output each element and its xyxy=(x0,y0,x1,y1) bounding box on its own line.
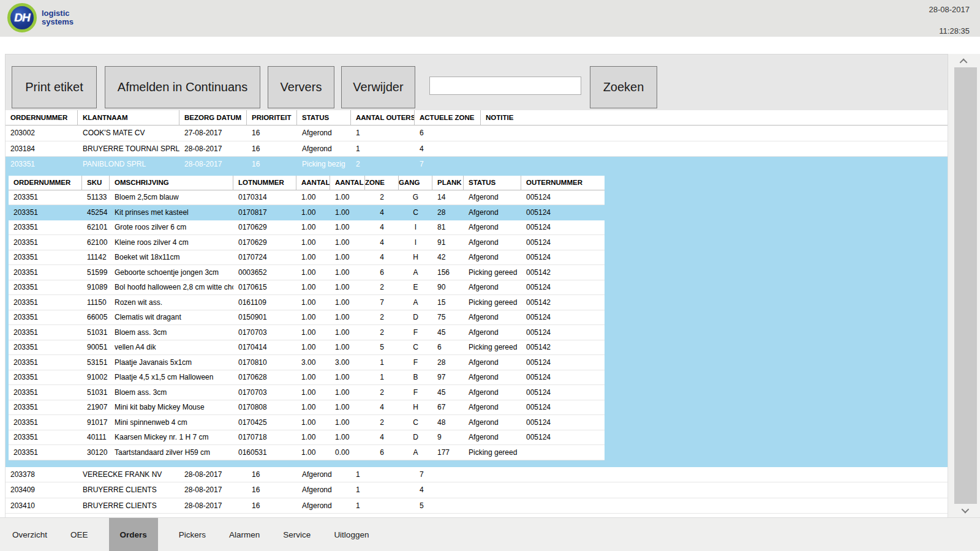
detail-cell-4: 1.00 xyxy=(296,328,330,337)
detail-row[interactable]: 20335151599Geboorte schoentje jongen 3cm… xyxy=(9,265,605,280)
print-etiket-button[interactable]: Print etiket xyxy=(12,66,97,108)
nav-item-uitloggen[interactable]: Uitloggen xyxy=(331,518,371,551)
detail-cell-1: 62101 xyxy=(82,223,110,231)
detail-cell-8: 28 xyxy=(432,358,464,367)
detail-row[interactable]: 20335140111Kaarsen Mickey nr. 1 H 7 cm01… xyxy=(9,430,605,446)
detail-cell-5: 1.00 xyxy=(330,283,365,291)
current-time: 11:28:35 xyxy=(929,26,970,36)
vertical-scrollbar[interactable] xyxy=(948,54,980,517)
nav-item-service[interactable]: Service xyxy=(281,518,313,551)
order-row[interactable]: 203410BRUYERRE CLIENTS28-08-201716Afgero… xyxy=(6,498,948,514)
order-cell-3: 16 xyxy=(247,160,297,168)
detail-row[interactable]: 20335191002Plaatje 4,5 x1,5 cm Halloween… xyxy=(9,370,605,386)
nav-item-overzicht[interactable]: Overzicht xyxy=(10,518,50,551)
scroll-up-icon[interactable] xyxy=(948,55,980,67)
order-row[interactable]: 203378VEREECKE FRANK NV28-08-201716Afger… xyxy=(6,467,948,483)
order-cell-1: VEREECKE FRANK NV xyxy=(78,470,179,479)
scroll-down-icon[interactable] xyxy=(948,504,980,516)
detail-row[interactable]: 20335151031Bloem ass. 3cm01707031.001.00… xyxy=(9,325,605,340)
detail-cell-7: I xyxy=(399,223,432,231)
detail-cell-1: 30120 xyxy=(82,448,110,457)
detail-cell-7: G xyxy=(399,193,432,201)
detail-cell-9: Picking gereed xyxy=(464,268,521,277)
detail-row[interactable]: 20335151031Bloem ass. 3cm01707031.001.00… xyxy=(9,385,605,400)
order-row[interactable]: 203409BRUYERRE CLIENTS28-08-201716Afgero… xyxy=(6,482,948,498)
search-input[interactable] xyxy=(429,77,581,95)
nav-item-orders[interactable]: Orders xyxy=(109,518,158,551)
order-row[interactable]: 203351PANIBLOND SPRL28-08-201716Picking … xyxy=(6,157,948,173)
ververs-button[interactable]: Ververs xyxy=(268,66,334,108)
detail-cell-7: D xyxy=(399,313,432,321)
order-cell-6: 7 xyxy=(415,470,481,479)
detail-cell-6: 4 xyxy=(365,403,399,411)
detail-cell-9: Afgerond xyxy=(464,373,521,381)
detail-cell-2: Bloem 2,5cm blauw xyxy=(110,193,233,201)
detail-cell-0: 203351 xyxy=(9,253,82,261)
detail-cell-6: 2 xyxy=(365,388,399,397)
detail-cell-9: Picking gereed xyxy=(464,298,521,307)
detail-cell-6: 6 xyxy=(365,448,399,457)
detail-row[interactable]: 20335145254Kit prinses met kasteel017081… xyxy=(9,205,605,220)
detail-cell-9: Afgerond xyxy=(464,403,521,411)
detail-cell-10: 005124 xyxy=(521,388,605,397)
nav-item-oee[interactable]: OEE xyxy=(68,518,91,551)
detail-cell-10: 005142 xyxy=(521,298,605,307)
order-cell-0: 203378 xyxy=(6,470,78,479)
detail-row[interactable]: 20335166005Clematis wit dragant01509011.… xyxy=(9,310,605,326)
detail-cell-7: A xyxy=(399,268,432,277)
detail-cell-7: C xyxy=(399,343,432,351)
order-row[interactable]: 203002COOK'S MATE CV27-08-201716Afgerond… xyxy=(6,126,948,141)
detail-cell-4: 1.00 xyxy=(296,268,330,277)
detail-row[interactable]: 20335121907Mini kit baby Mickey Mouse017… xyxy=(9,400,605,416)
detail-row[interactable]: 20335191089Bol hoofd halloween 2,8 cm wi… xyxy=(9,280,605,296)
detail-cell-10: 005124 xyxy=(521,373,605,381)
detail-cell-6: 2 xyxy=(365,193,399,201)
detail-cell-4: 1.00 xyxy=(296,193,330,201)
detail-cell-4: 1.00 xyxy=(296,388,330,397)
detail-cell-8: 45 xyxy=(432,328,464,337)
detail-cell-3: 0170629 xyxy=(233,223,296,231)
order-cell-4: STATUS xyxy=(297,110,351,125)
detail-cell-0: 203351 xyxy=(9,208,82,217)
detail-row[interactable]: 20335162100Kleine roos zilver 4 cm017062… xyxy=(9,235,605,250)
detail-cell-4: 1.00 xyxy=(296,418,330,427)
detail-cell-6: 4 xyxy=(365,238,399,247)
company-logo: DH logistic systems xyxy=(7,3,74,32)
detail-cell-3: 0150901 xyxy=(233,313,296,321)
detail-cell-1: 51133 xyxy=(82,193,110,201)
order-row[interactable]: 203184BRUYERRE TOURNAI SPRL28-08-201716A… xyxy=(6,141,948,157)
order-cell-4: Afgerond xyxy=(297,485,351,494)
detail-cell-4: 1.00 xyxy=(296,283,330,291)
detail-row[interactable]: 20335190051vellen A4 dik01704141.001.005… xyxy=(9,340,605,356)
detail-row[interactable]: 20335111150Rozen wit ass.01611091.001.00… xyxy=(9,295,605,310)
detail-cell-3: 0170615 xyxy=(233,283,296,291)
verwijder-button[interactable]: Verwijder xyxy=(341,66,415,108)
detail-cell-9: Afgerond xyxy=(464,238,521,247)
detail-cell-5: 1.00 xyxy=(330,253,365,261)
order-cell-1: BRUYERRE TOURNAI SPRL xyxy=(78,144,179,153)
detail-row[interactable]: 20335130120Taartstandaard zilver H59 cm0… xyxy=(9,445,605,460)
afmelden-continuans-button[interactable]: Afmelden in Continuans xyxy=(105,66,260,108)
detail-row[interactable]: 20335111142Boeket wit 18x11cm01707241.00… xyxy=(9,250,605,266)
detail-cell-3: 0160531 xyxy=(233,448,296,457)
zoeken-button[interactable]: Zoeken xyxy=(590,66,657,108)
detail-row[interactable]: 20335153151Plaatje Javanais 5x1cm0170810… xyxy=(9,355,605,370)
order-cell-2: 28-08-2017 xyxy=(179,160,247,168)
detail-row[interactable]: 20335191017Mini spinnenweb 4 cm01704251.… xyxy=(9,415,605,430)
detail-row[interactable]: 20335151133Bloem 2,5cm blauw01703141.001… xyxy=(9,190,605,206)
detail-cell-2: Mini kit baby Mickey Mouse xyxy=(110,403,233,411)
order-cell-6: 7 xyxy=(415,160,481,168)
detail-cell-8: PLANK xyxy=(432,176,464,190)
order-cell-0: 203351 xyxy=(6,160,78,168)
nav-item-pickers[interactable]: Pickers xyxy=(176,518,208,551)
order-cell-5: 1 xyxy=(351,485,415,494)
detail-cell-5: 1.00 xyxy=(330,208,365,217)
order-cell-4: Picking bezig xyxy=(297,160,351,168)
nav-item-alarmen[interactable]: Alarmen xyxy=(227,518,262,551)
detail-cell-10: 005124 xyxy=(521,193,605,201)
detail-cell-1: SKU xyxy=(82,176,110,190)
order-cell-5: 1 xyxy=(351,470,415,479)
scrollbar-thumb[interactable] xyxy=(954,67,977,504)
detail-row[interactable]: 20335162101Grote roos zilver 6 cm0170629… xyxy=(9,220,605,236)
dh-logo-icon: DH xyxy=(7,3,37,32)
